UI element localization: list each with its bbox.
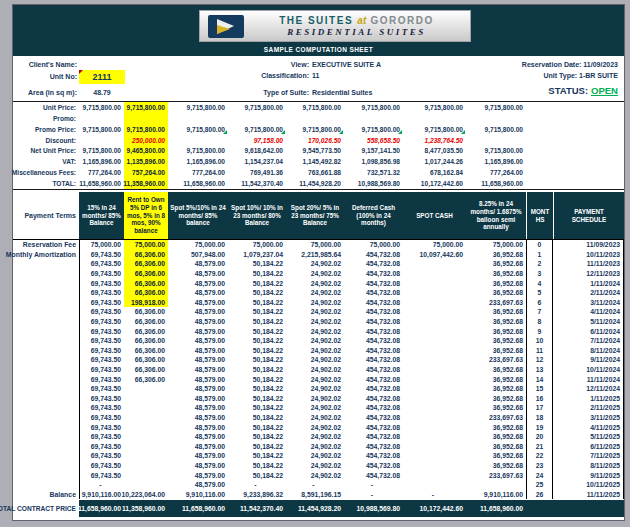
amount-cell[interactable]: 36,952.68 — [466, 451, 526, 461]
amount-cell[interactable]: 454,732.08 — [344, 470, 403, 480]
month-cell[interactable]: 1 — [526, 250, 553, 260]
amount-cell[interactable] — [403, 441, 466, 451]
amount-cell[interactable]: 69,743.50 — [79, 451, 124, 461]
amount-cell[interactable]: 454,732.08 — [344, 451, 403, 461]
amount-cell[interactable]: 8,591,196.15 — [286, 489, 344, 499]
amount-cell[interactable]: 454,732.08 — [344, 365, 403, 375]
amount-cell[interactable]: 233,697.63 — [466, 413, 526, 423]
payment-schedule-header[interactable]: PAYMENT SCHEDULE — [553, 192, 624, 239]
amount-cell[interactable] — [403, 480, 466, 490]
amount-cell[interactable]: - — [403, 489, 466, 499]
amount-cell[interactable]: 9,910,116.00 — [79, 489, 124, 499]
amount-cell[interactable]: 9,910,116.00 — [466, 489, 526, 499]
price-cell[interactable]: 9,715,800.00 — [124, 124, 168, 135]
amount-cell[interactable]: 2,215,985.64 — [286, 250, 344, 260]
amount-cell[interactable]: 48,579.00 — [168, 384, 228, 394]
price-cell[interactable]: 1,238,764.50 — [403, 135, 466, 146]
amount-cell[interactable]: 24,902.02 — [286, 374, 344, 384]
price-cell[interactable]: 9,715,800.00 — [168, 145, 228, 156]
amount-cell[interactable] — [403, 336, 466, 346]
schedule-date-cell[interactable]: 5/11/2024 — [553, 317, 624, 327]
price-cell[interactable]: 9,715,800.00 — [168, 102, 228, 113]
price-cell[interactable]: 9,465,800.00 — [124, 145, 168, 156]
amount-cell[interactable] — [403, 355, 466, 365]
amount-cell[interactable] — [403, 422, 466, 432]
month-cell[interactable]: 2 — [526, 259, 553, 269]
price-cell[interactable]: 1,165,896.00 — [466, 156, 526, 167]
amount-cell[interactable]: 36,952.68 — [466, 461, 526, 471]
amount-cell[interactable]: 454,732.08 — [344, 269, 403, 279]
total-contract-cell[interactable]: 11,542,370.40 — [228, 500, 286, 517]
amount-cell[interactable]: 75,000.00 — [403, 240, 466, 250]
amount-cell[interactable]: 75,000.00 — [286, 240, 344, 250]
schedule-date-cell[interactable]: 9/11/2024 — [553, 355, 624, 365]
amount-cell[interactable]: 50,184.22 — [228, 413, 286, 423]
amount-cell[interactable]: 69,743.50 — [79, 346, 124, 356]
amount-cell[interactable]: 36,952.68 — [466, 307, 526, 317]
total-contract-cell[interactable]: 11,358,960.00 — [124, 500, 168, 517]
schedule-date-cell[interactable]: 10/11/2024 — [553, 365, 624, 375]
amount-cell[interactable]: 24,902.02 — [286, 269, 344, 279]
schedule-date-cell[interactable]: 2/11/2025 — [553, 403, 624, 413]
price-cell[interactable]: 11,542,370.40 — [228, 178, 286, 189]
price-cell[interactable]: 9,715,800.00 — [228, 102, 286, 113]
amount-cell[interactable]: 48,579.00 — [168, 422, 228, 432]
amount-cell[interactable]: 454,732.08 — [344, 384, 403, 394]
amount-cell[interactable]: 454,732.08 — [344, 346, 403, 356]
amount-cell[interactable]: 50,184.22 — [228, 451, 286, 461]
price-cell[interactable]: 1,145,492.82 — [286, 156, 344, 167]
price-cell[interactable]: 9,715,800.00 — [124, 102, 168, 113]
amount-cell[interactable]: 36,952.68 — [466, 250, 526, 260]
price-cell[interactable]: 732,571.32 — [344, 167, 403, 178]
term-header-balloon[interactable]: 8.25% in 24 months/ 1.6875% balloon semi… — [466, 192, 526, 239]
amount-cell[interactable]: 10,223,064.00 — [124, 489, 168, 499]
amount-cell[interactable]: 69,743.50 — [79, 432, 124, 442]
term-header-spot-cash[interactable]: SPOT CASH — [403, 192, 466, 239]
amount-cell[interactable]: 9,910,116.00 — [168, 489, 228, 499]
amount-cell[interactable]: 24,902.02 — [286, 336, 344, 346]
month-cell[interactable]: 15 — [526, 384, 553, 394]
amount-cell[interactable]: 36,952.68 — [466, 441, 526, 451]
month-cell[interactable]: 13 — [526, 365, 553, 375]
amount-cell[interactable]: 69,743.50 — [79, 269, 124, 279]
amount-cell[interactable]: 36,952.68 — [466, 278, 526, 288]
amount-cell[interactable] — [403, 403, 466, 413]
area-value[interactable]: 48.79 — [79, 89, 125, 96]
amount-cell[interactable]: 69,743.50 — [79, 326, 124, 336]
amount-cell[interactable]: 48,579.00 — [168, 413, 228, 423]
amount-cell[interactable]: 36,952.68 — [466, 269, 526, 279]
price-cell[interactable] — [403, 113, 466, 124]
amount-cell[interactable]: 36,952.68 — [466, 317, 526, 327]
amount-cell[interactable] — [124, 384, 168, 394]
unit-no-cell[interactable]: 2111 — [79, 70, 125, 84]
schedule-date-cell[interactable]: 10/11/2023 — [553, 250, 624, 260]
term-header-15pct[interactable]: 15% in 24 months/ 85% Balance — [79, 192, 124, 239]
amount-cell[interactable]: - — [79, 480, 124, 490]
amount-cell[interactable]: 69,743.50 — [79, 403, 124, 413]
month-cell[interactable]: 25 — [526, 480, 553, 490]
amount-cell[interactable]: 50,184.22 — [228, 441, 286, 451]
amount-cell[interactable]: 48,579.00 — [168, 346, 228, 356]
amount-cell[interactable]: - — [228, 480, 286, 490]
amount-cell[interactable]: 10,097,442.60 — [403, 250, 466, 260]
total-contract-cell[interactable]: 10,988,569.80 — [344, 500, 403, 517]
amount-cell[interactable]: 454,732.08 — [344, 307, 403, 317]
amount-cell[interactable]: 50,184.22 — [228, 432, 286, 442]
amount-cell[interactable]: 36,952.68 — [466, 365, 526, 375]
price-cell[interactable]: 9,545,773.50 — [286, 145, 344, 156]
schedule-date-cell[interactable]: 11/09/2023 — [553, 240, 624, 250]
amount-cell[interactable]: 75,000.00 — [466, 240, 526, 250]
schedule-date-cell[interactable]: 8/11/2024 — [553, 346, 624, 356]
amount-cell[interactable]: 48,579.00 — [168, 317, 228, 327]
amount-cell[interactable] — [124, 441, 168, 451]
month-cell[interactable]: 6 — [526, 298, 553, 308]
amount-cell[interactable] — [124, 451, 168, 461]
amount-cell[interactable]: 66,306.00 — [124, 374, 168, 384]
price-cell[interactable]: 11,658,960.00 — [168, 178, 228, 189]
amount-cell[interactable]: 24,902.02 — [286, 422, 344, 432]
total-contract-cell[interactable]: 11,658,960.00 — [466, 500, 526, 517]
price-cell[interactable]: 1,135,896.00 — [124, 156, 168, 167]
amount-cell[interactable]: 48,579.00 — [168, 480, 228, 490]
amount-cell[interactable]: 66,306.00 — [124, 307, 168, 317]
amount-cell[interactable]: 36,952.68 — [466, 346, 526, 356]
